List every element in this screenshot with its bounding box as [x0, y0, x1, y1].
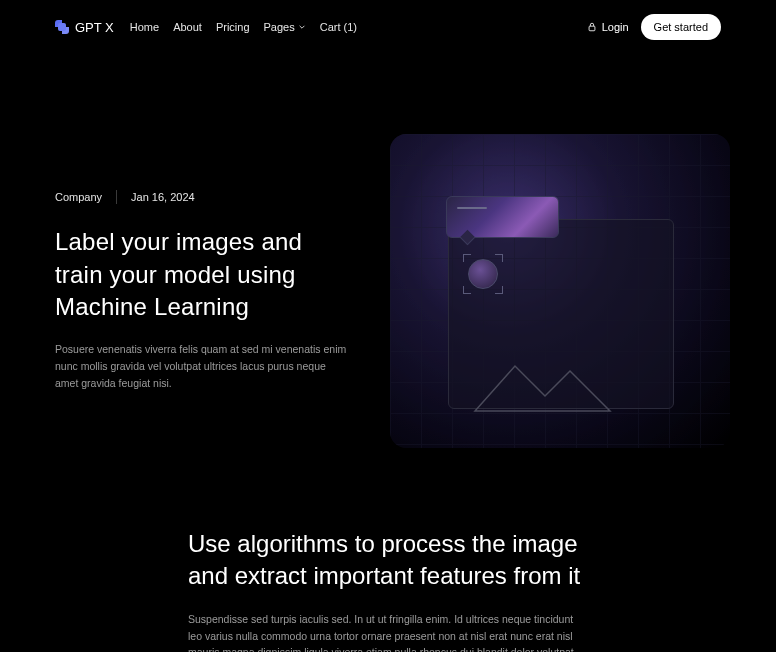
chevron-down-icon — [298, 23, 306, 31]
hero-illustration-wrap — [390, 134, 730, 448]
login-link[interactable]: Login — [587, 21, 629, 33]
crop-corner-icon — [463, 286, 471, 294]
get-started-button[interactable]: Get started — [641, 14, 721, 40]
illustration-circle — [468, 259, 498, 289]
lock-icon — [587, 22, 597, 32]
crop-corner-icon — [463, 254, 471, 262]
hero-content: Company Jan 16, 2024 Label your images a… — [55, 190, 350, 392]
nav-about[interactable]: About — [173, 21, 202, 33]
post-date: Jan 16, 2024 — [131, 191, 195, 203]
nav-pages[interactable]: Pages — [264, 21, 306, 33]
content-section: Use algorithms to process the image and … — [0, 498, 776, 652]
nav-right: Login Get started — [587, 14, 721, 40]
post-meta: Company Jan 16, 2024 — [55, 190, 350, 204]
brand-name: GPT X — [75, 20, 114, 35]
hero-description: Posuere venenatis viverra felis quam at … — [55, 341, 350, 391]
brand-logo[interactable]: GPT X — [55, 20, 114, 35]
login-label: Login — [602, 21, 629, 33]
section-title: Use algorithms to process the image and … — [188, 528, 588, 593]
nav-home[interactable]: Home — [130, 21, 159, 33]
nav-pages-label: Pages — [264, 21, 295, 33]
top-nav: GPT X Home About Pricing Pages Cart (1) … — [0, 0, 776, 54]
crop-corner-icon — [495, 254, 503, 262]
logo-icon — [55, 20, 69, 34]
hero-section: Company Jan 16, 2024 Label your images a… — [0, 54, 776, 498]
meta-divider — [116, 190, 117, 204]
svg-rect-0 — [589, 26, 595, 31]
section-description: Suspendisse sed turpis iaculis sed. In u… — [188, 611, 588, 652]
post-category: Company — [55, 191, 102, 203]
nav-pricing[interactable]: Pricing — [216, 21, 250, 33]
hero-title: Label your images and train your model u… — [55, 226, 350, 323]
nav-links: Home About Pricing Pages Cart (1) — [130, 21, 357, 33]
crop-corner-icon — [495, 286, 503, 294]
hero-illustration — [390, 134, 730, 448]
mountains-icon — [470, 346, 650, 416]
nav-cart[interactable]: Cart (1) — [320, 21, 357, 33]
illustration-popup — [446, 196, 559, 238]
